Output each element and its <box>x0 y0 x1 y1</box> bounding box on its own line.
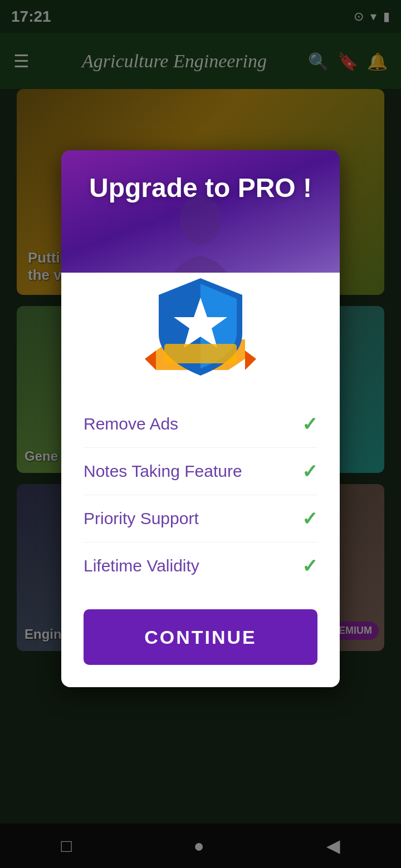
feature-label-remove-ads: Remove Ads <box>84 415 178 433</box>
continue-button[interactable]: CONTINUE <box>84 609 317 665</box>
modal-title: Upgrade to PRO ! <box>61 172 340 203</box>
check-lifetime: ✓ <box>302 555 317 577</box>
check-priority-support: ✓ <box>302 507 317 530</box>
check-remove-ads: ✓ <box>302 413 317 435</box>
feature-priority-support: Priority Support ✓ <box>84 495 317 542</box>
feature-label-lifetime: Lifetime Validity <box>84 556 199 575</box>
svg-rect-5 <box>164 344 237 363</box>
feature-label-priority-support: Priority Support <box>84 509 199 528</box>
svg-marker-3 <box>245 351 256 370</box>
feature-remove-ads: Remove Ads ✓ <box>84 401 317 448</box>
svg-marker-2 <box>145 351 156 370</box>
check-notes: ✓ <box>302 460 317 482</box>
shield-icon <box>145 273 256 384</box>
feature-lifetime: Lifetime Validity ✓ <box>84 542 317 589</box>
feature-list: Remove Ads ✓ Notes Taking Feature ✓ Prio… <box>84 401 317 589</box>
feature-label-notes: Notes Taking Feature <box>84 462 242 481</box>
modal-body: Remove Ads ✓ Notes Taking Feature ✓ Prio… <box>61 273 340 687</box>
shield-badge <box>84 273 317 384</box>
upgrade-modal: Upgrade to PRO ! Remove Ad <box>61 150 340 687</box>
feature-notes: Notes Taking Feature ✓ <box>84 448 317 495</box>
